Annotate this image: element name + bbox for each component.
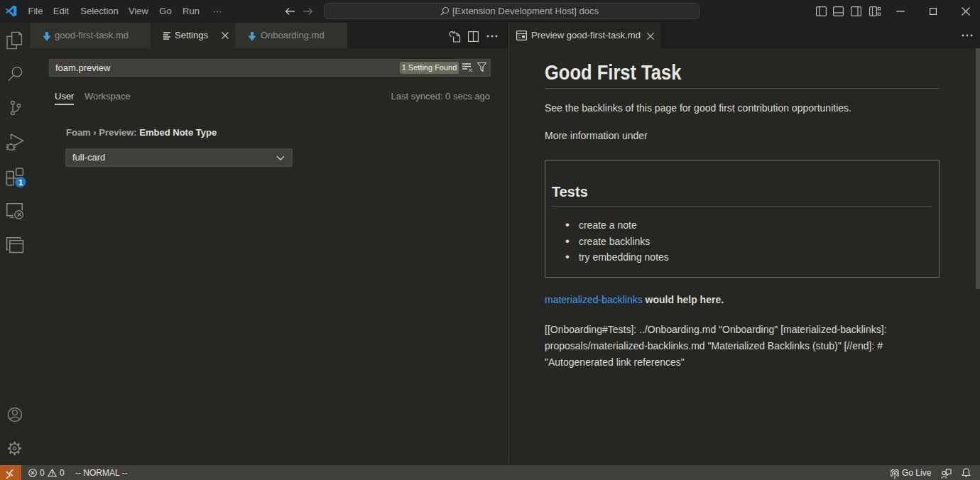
svg-text:1: 1 [18, 178, 23, 187]
